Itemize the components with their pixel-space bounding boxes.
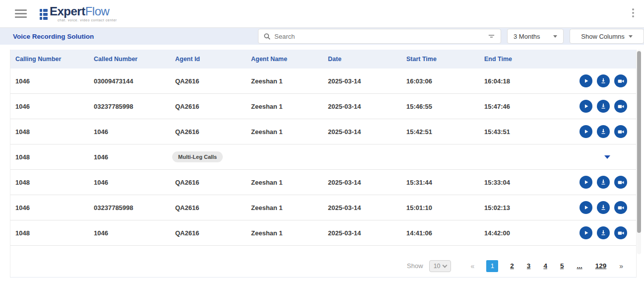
cell-agent-name: Zeeshan 1 (246, 103, 323, 110)
cell-start-time: 15:46:55 (401, 103, 479, 110)
page-button-5[interactable]: 5 (556, 262, 568, 270)
cell-agent-id: QA2616 (170, 128, 246, 136)
cell-agent-name: Zeeshan 1 (246, 204, 323, 211)
download-button[interactable] (597, 201, 610, 214)
date-range-dropdown[interactable]: 3 Months (507, 29, 564, 44)
cell-agent-name: Zeeshan 1 (246, 128, 323, 136)
show-columns-label: Show Columns (581, 33, 624, 40)
row-actions (554, 246, 636, 255)
video-button[interactable] (614, 125, 627, 138)
video-button[interactable] (614, 176, 627, 189)
logo-tagline: chat. voice. video contact center (58, 18, 117, 22)
toolbar: Voice Recording Solution 3 Months Show C… (0, 28, 644, 45)
page-button-2[interactable]: 2 (506, 262, 518, 270)
recordings-table: Calling Number Called Number Agent Id Ag… (10, 50, 637, 278)
play-button[interactable] (580, 125, 592, 138)
video-button[interactable] (614, 201, 627, 214)
cell-called: 03009473144 (89, 77, 170, 85)
cell-agent-id: QA2616 (170, 229, 246, 237)
date-range-value: 3 Months (514, 33, 540, 40)
play-button[interactable] (580, 100, 592, 113)
cell-agent-name: Zeeshan 1 (246, 229, 323, 237)
prev-page-button[interactable]: « (467, 262, 479, 270)
expand-row-icon[interactable] (604, 155, 610, 159)
cell-calling: 1046 (10, 103, 89, 110)
download-button[interactable] (597, 176, 610, 189)
row-actions (554, 155, 636, 159)
download-button[interactable] (597, 74, 610, 87)
col-agent-id: Agent Id (170, 56, 246, 63)
page-ellipsis[interactable]: ... (573, 262, 586, 270)
cell-start-time: 16:03:06 (401, 77, 479, 85)
top-app-bar: ExpertFlow chat. voice. video contact ce… (0, 0, 644, 28)
logo-mark-icon (40, 9, 48, 20)
col-called-number: Called Number (89, 56, 170, 63)
download-button[interactable] (597, 100, 610, 113)
cell-date: 2025-03-14 (323, 77, 401, 85)
row-actions (554, 226, 636, 239)
play-button[interactable] (580, 176, 592, 189)
play-button[interactable] (580, 74, 592, 87)
page-size-select[interactable]: 10 (429, 260, 451, 272)
cell-date: 2025-03-14 (323, 179, 401, 186)
expertflow-logo: ExpertFlow chat. voice. video contact ce… (40, 5, 117, 22)
col-start-time: Start Time (401, 56, 479, 63)
search-input-container (258, 29, 501, 44)
row-actions (554, 74, 636, 87)
cell-date: 2025-03-14 (323, 128, 401, 136)
page-button-3[interactable]: 3 (523, 262, 535, 270)
cell-date: 2025-03-14 (323, 204, 401, 211)
video-button[interactable] (614, 226, 627, 239)
table-row: 1046 03009473144 QA2616 Zeeshan 1 2025-0… (10, 69, 636, 94)
cell-calling: 1046 (10, 77, 89, 85)
menu-icon[interactable] (15, 7, 27, 20)
search-input[interactable] (274, 33, 487, 40)
cell-date: 2025-03-14 (323, 103, 401, 110)
cell-called: 1046 (89, 153, 170, 161)
page-button-129[interactable]: 129 (591, 262, 611, 270)
show-columns-dropdown[interactable]: Show Columns (570, 29, 644, 44)
play-button[interactable] (580, 201, 592, 214)
logo-text: ExpertFlow (50, 5, 117, 17)
show-label: Show (407, 262, 423, 270)
page-button-4[interactable]: 4 (539, 262, 551, 270)
cell-start-time: 14:41:06 (401, 229, 479, 237)
row-actions (554, 125, 636, 138)
cell-called: 1046 (89, 229, 170, 237)
cell-agent-id: QA2616 (170, 77, 246, 85)
video-button[interactable] (614, 74, 627, 87)
play-button[interactable] (580, 226, 592, 239)
scrollbar-thumb[interactable] (637, 51, 641, 233)
chevron-down-icon (629, 35, 633, 38)
video-button[interactable] (614, 100, 627, 113)
cell-calling: 1048 (10, 153, 89, 161)
table-row-multileg: 1048 1046 Multi-Leg Calls (10, 144, 636, 170)
download-button[interactable] (597, 125, 610, 138)
cell-called: 1046 (89, 128, 170, 136)
col-agent-name: Agent Name (246, 56, 323, 63)
download-button[interactable] (597, 226, 610, 239)
cell-badge: Multi-Leg Calls (170, 151, 246, 162)
filter-icon[interactable] (487, 33, 496, 40)
table-row: 1048 1046 QA2616 Zeeshan 1 2025-03-14 15… (10, 119, 636, 144)
cell-calling: 1046 (10, 204, 89, 211)
pagination-bar: Show 10 « 1 2 3 4 5 ... 129 » (10, 255, 636, 277)
next-page-button[interactable]: » (615, 262, 627, 270)
chevron-down-icon (553, 35, 557, 38)
cell-date: 2025-03-14 (323, 229, 401, 237)
table-row-partial (10, 246, 636, 255)
cell-called: 03237785998 (89, 204, 170, 211)
cell-calling: 1048 (10, 179, 89, 186)
cell-agent-id: QA2616 (170, 204, 246, 211)
table-header-row: Calling Number Called Number Agent Id Ag… (10, 50, 636, 69)
row-actions (554, 176, 636, 189)
cell-calling: 1048 (10, 128, 89, 136)
page-button-1[interactable]: 1 (486, 260, 498, 272)
row-actions (554, 201, 636, 214)
cell-start-time: 15:31:44 (401, 179, 479, 186)
col-end-time: End Time (479, 56, 554, 63)
cell-agent-id: QA2616 (170, 179, 246, 186)
col-calling-number: Calling Number (10, 56, 89, 63)
more-options-icon[interactable] (629, 7, 637, 18)
cell-end-time: 15:02:13 (479, 204, 554, 211)
